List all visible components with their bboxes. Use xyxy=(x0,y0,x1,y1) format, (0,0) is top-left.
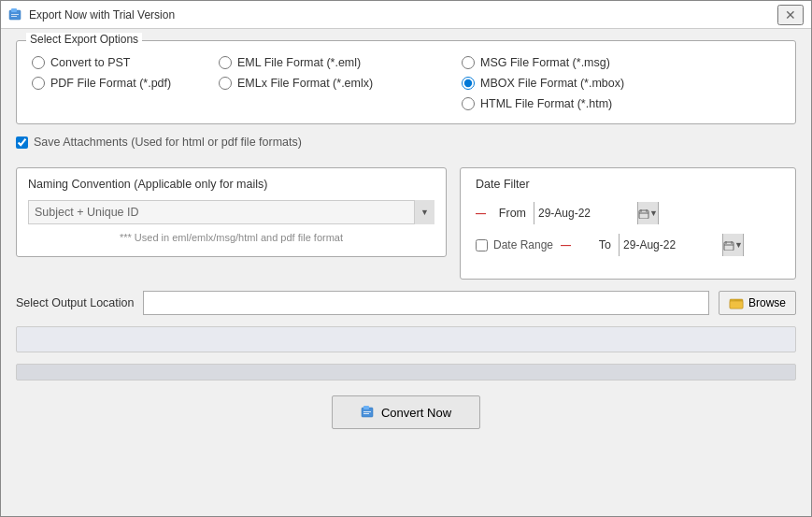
app-icon xyxy=(8,7,23,22)
date-range-text: Date Range xyxy=(493,238,553,251)
date-filter-title: Date Filter xyxy=(476,178,780,191)
option-mbox-label: MBOX File Format (*.mbox) xyxy=(480,77,624,90)
title-bar-left: Export Now with Trial Version xyxy=(8,7,175,22)
radio-mbox[interactable] xyxy=(462,77,475,90)
radio-pdf[interactable] xyxy=(32,77,45,90)
to-label: To xyxy=(578,238,611,251)
save-attachments-checkbox[interactable] xyxy=(16,136,28,149)
main-content: Select Export Options Convert to PST EML… xyxy=(1,29,811,516)
svg-rect-13 xyxy=(730,301,743,309)
progress-bar-1 xyxy=(16,326,796,352)
from-calendar-button[interactable]: ▼ xyxy=(637,202,658,224)
date-from-row: — From ▼ xyxy=(476,202,780,224)
date-range-checkbox[interactable] xyxy=(476,239,488,251)
save-attachments-label: Save Attachments (Used for html or pdf f… xyxy=(34,136,302,149)
option-pdf-label: PDF File Format (*.pdf) xyxy=(50,77,171,90)
option-html[interactable]: HTML File Format (*.htm) xyxy=(462,97,705,110)
option-eml-label: EML File Format (*.eml) xyxy=(237,56,361,69)
from-label: From xyxy=(493,207,526,220)
option-msg-label: MSG File Format (*.msg) xyxy=(480,56,610,69)
option-msg[interactable]: MSG File Format (*.msg) xyxy=(462,56,705,69)
naming-note: *** Used in eml/emlx/msg/html and pdf fi… xyxy=(28,232,434,243)
option-eml[interactable]: EML File Format (*.eml) xyxy=(219,56,462,69)
export-options-legend: Select Export Options xyxy=(26,33,142,46)
output-path-input[interactable] xyxy=(143,291,709,315)
option-pst-label: Convert to PST xyxy=(50,56,130,69)
svg-rect-17 xyxy=(363,413,369,414)
naming-convention-title: Naming Convention (Applicable only for m… xyxy=(28,178,434,191)
date-range-label[interactable]: Date Range xyxy=(476,238,553,251)
option-emlx-label: EMLx File Format (*.emlx) xyxy=(237,77,373,90)
radio-pst[interactable] xyxy=(32,56,45,69)
option-mbox[interactable]: MBOX File Format (*.mbox) xyxy=(462,77,705,90)
to-calendar-button[interactable]: ▼ xyxy=(722,234,743,256)
title-bar: Export Now with Trial Version ✕ xyxy=(1,1,811,29)
radio-msg[interactable] xyxy=(462,56,475,69)
output-label: Select Output Location xyxy=(16,296,134,309)
convert-btn-area: Convert Now xyxy=(16,395,796,429)
convert-now-button[interactable]: Convert Now xyxy=(332,395,480,429)
naming-convention-box: Naming Convention (Applicable only for m… xyxy=(16,167,447,257)
option-pdf[interactable]: PDF File Format (*.pdf) xyxy=(32,77,219,90)
from-date-input[interactable] xyxy=(534,202,637,224)
naming-select[interactable]: Subject + Unique ID Subject Unique ID xyxy=(28,200,434,224)
main-window: Export Now with Trial Version ✕ Select E… xyxy=(0,0,812,517)
convert-icon xyxy=(361,405,376,420)
to-dash-icon: — xyxy=(561,239,571,251)
export-options-grid: Convert to PST EML File Format (*.eml) M… xyxy=(32,56,780,110)
option-pst[interactable]: Convert to PST xyxy=(32,56,219,69)
option-html-label: HTML File Format (*.htm) xyxy=(480,97,612,110)
svg-rect-16 xyxy=(363,411,371,412)
svg-rect-1 xyxy=(11,8,17,12)
radio-html[interactable] xyxy=(462,97,475,110)
convert-now-label: Convert Now xyxy=(381,406,451,420)
date-range-row: Date Range — To ▼ xyxy=(476,234,780,256)
save-attachments-checkbox-label[interactable]: Save Attachments (Used for html or pdf f… xyxy=(16,136,796,149)
to-date-input[interactable] xyxy=(620,234,722,256)
radio-eml[interactable] xyxy=(219,56,232,69)
browse-label: Browse xyxy=(748,296,786,309)
svg-rect-15 xyxy=(363,406,369,409)
option-emlx[interactable]: EMLx File Format (*.emlx) xyxy=(219,77,462,90)
window-title: Export Now with Trial Version xyxy=(29,8,175,22)
radio-emlx[interactable] xyxy=(219,77,232,90)
to-date-input-wrapper: ▼ xyxy=(619,234,744,256)
svg-rect-3 xyxy=(11,16,17,17)
progress-bar-2 xyxy=(16,364,796,381)
output-section: Select Output Location Browse xyxy=(16,291,796,315)
date-filter-box: Date Filter — From xyxy=(460,167,796,280)
folder-icon xyxy=(729,295,744,310)
browse-button[interactable]: Browse xyxy=(719,291,796,315)
middle-section: Naming Convention (Applicable only for m… xyxy=(16,167,796,280)
naming-select-wrapper: Subject + Unique ID Subject Unique ID ▼ xyxy=(28,200,434,224)
from-dash-icon: — xyxy=(476,208,486,219)
export-options-group: Select Export Options Convert to PST EML… xyxy=(16,40,796,124)
svg-rect-2 xyxy=(11,14,19,15)
from-date-input-wrapper: ▼ xyxy=(534,202,659,224)
close-button[interactable]: ✕ xyxy=(777,5,804,25)
